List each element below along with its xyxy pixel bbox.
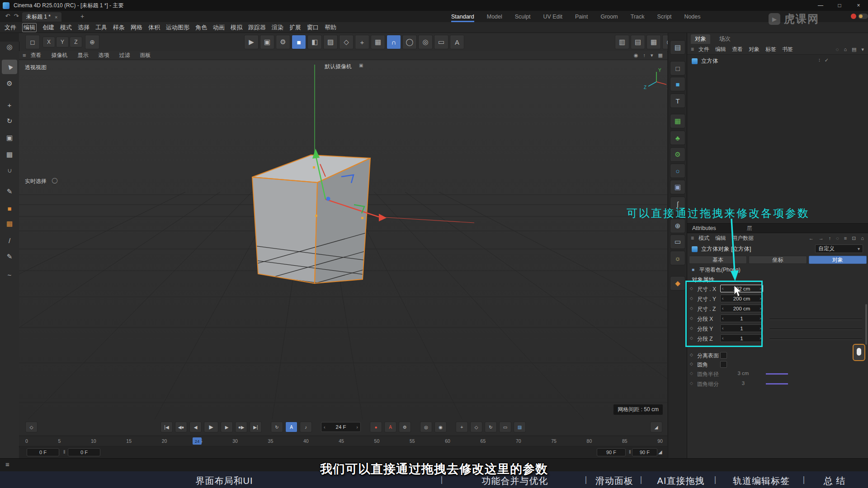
menu-item[interactable]: 编辑: [22, 23, 37, 32]
tab-add-button[interactable]: +: [80, 13, 84, 20]
menu-item[interactable]: 网格: [131, 23, 142, 32]
workspace-tab-standard[interactable]: Standard: [451, 11, 474, 22]
theme-toggle[interactable]: [858, 14, 868, 19]
playhead[interactable]: 24: [193, 437, 202, 445]
previous-key-button[interactable]: ◀●: [175, 422, 187, 432]
render-settings-button[interactable]: ⚙: [276, 35, 290, 49]
close-button[interactable]: ×: [849, 0, 868, 11]
sphere-primitive-icon[interactable]: ○: [670, 164, 685, 178]
scale-handle[interactable]: [361, 217, 363, 219]
layer-dots-icon[interactable]: ∶: [819, 57, 820, 63]
render-view-button[interactable]: ▶: [244, 35, 259, 49]
menu-item[interactable]: 选择: [78, 23, 90, 32]
search-icon[interactable]: ◌: [836, 235, 839, 241]
capsule-button[interactable]: ▭: [434, 35, 448, 49]
record-rotation-toggle[interactable]: ↻: [485, 422, 497, 432]
scale-handle[interactable]: [315, 215, 317, 217]
workplane-button[interactable]: ◇: [339, 35, 354, 49]
object-list[interactable]: 立方体 ∶ ✓: [687, 54, 868, 224]
param-slider[interactable]: [769, 319, 862, 320]
home-icon[interactable]: ⌂: [861, 235, 864, 241]
cloner-icon[interactable]: ▦: [670, 114, 685, 128]
om-menu-item[interactable]: 查看: [732, 46, 743, 53]
menu-item[interactable]: 文件: [5, 23, 16, 32]
menu-item[interactable]: 模拟: [231, 23, 242, 32]
axis-mode-button[interactable]: +: [355, 35, 369, 49]
undo-icon[interactable]: ↶: [4, 12, 12, 20]
om-menu-item[interactable]: 对象: [749, 46, 760, 53]
keyframe-selection-button[interactable]: ◎: [420, 422, 432, 432]
layout-panel-icon[interactable]: ▤: [670, 40, 685, 55]
back-icon[interactable]: ←: [809, 235, 814, 241]
autokey-toggle[interactable]: A: [285, 422, 297, 432]
keyframe-all-button[interactable]: ◉: [434, 422, 447, 432]
hamburger-icon[interactable]: ≡: [691, 46, 694, 52]
vegetation-icon[interactable]: ♣: [670, 131, 685, 145]
preview-start-field[interactable]: 0 F: [68, 448, 100, 456]
layout-monitor-icon[interactable]: ▥: [615, 35, 629, 49]
om-menu-item[interactable]: 编辑: [715, 46, 726, 53]
knife-tool[interactable]: /: [2, 233, 17, 248]
lock-icon[interactable]: ⊡: [852, 235, 856, 241]
go-to-end-button[interactable]: ▶|: [250, 422, 262, 432]
record-settings-button[interactable]: ⚙: [399, 422, 411, 432]
workspace-tab-uvedit[interactable]: UV Edit: [543, 11, 562, 22]
cube-primitive-icon[interactable]: ■: [670, 77, 685, 91]
gizmo-center-dot[interactable]: [326, 197, 330, 201]
enabled-check-icon[interactable]: ✓: [825, 57, 829, 63]
record-autokey-button[interactable]: A: [384, 422, 396, 432]
zoom-tool[interactable]: ◎: [2, 40, 17, 54]
options-tool[interactable]: ⚙: [2, 76, 17, 91]
panel-scrollbar[interactable]: [865, 304, 867, 345]
hamburger-icon[interactable]: ≡: [23, 52, 26, 59]
up-icon[interactable]: ↑: [829, 235, 831, 241]
record-scale-toggle[interactable]: ◇: [470, 422, 482, 432]
workspace-tab-sculpt[interactable]: Sculpt: [515, 11, 531, 22]
tab-close-icon[interactable]: ×: [55, 14, 57, 20]
snap-grid-button[interactable]: ▦: [371, 35, 385, 49]
list-icon[interactable]: ≡: [844, 235, 847, 241]
menu-item[interactable]: 窗口: [307, 23, 319, 32]
mirror-tool[interactable]: ▦: [2, 147, 17, 162]
viewport-option-icon[interactable]: ▦: [658, 52, 663, 58]
object-name[interactable]: 立方体: [701, 57, 718, 65]
record-button[interactable]: ●: [370, 422, 382, 432]
object-row[interactable]: 立方体: [692, 57, 718, 65]
panel-icon[interactable]: ▤: [852, 47, 856, 52]
text-object-icon[interactable]: T: [670, 94, 685, 108]
live-selection-tool[interactable]: ▶: [2, 60, 17, 74]
timeline-ruler[interactable]: 0 5 10 15 20 25 30 35 40 45 50 55 60 65 …: [19, 436, 667, 446]
param-slider[interactable]: [769, 338, 862, 340]
environment-icon[interactable]: ⊕: [670, 219, 685, 233]
search-icon[interactable]: ◌: [836, 47, 839, 52]
workspace-tab-model[interactable]: Model: [487, 11, 502, 22]
field-button[interactable]: ◎: [418, 35, 433, 49]
menu-item[interactable]: 体积: [148, 23, 160, 32]
viewport-menu-item[interactable]: 面板: [140, 52, 151, 59]
minimize-button[interactable]: —: [811, 0, 830, 11]
home-icon[interactable]: ⌂: [844, 47, 847, 52]
om-menu-item[interactable]: 标签: [765, 46, 776, 53]
menu-item[interactable]: 运动图形: [166, 23, 189, 32]
camera-object-icon[interactable]: ▭: [670, 235, 685, 249]
cube-mesh[interactable]: [252, 155, 370, 283]
menu-item[interactable]: 跟踪器: [248, 23, 266, 32]
go-to-start-button[interactable]: |◀: [160, 422, 173, 432]
falloff-button[interactable]: ◯: [402, 35, 417, 49]
render-picture-button[interactable]: ▣: [260, 35, 274, 49]
viewport-canvas[interactable]: 透视视图 默认摄像机 ▣ 实时选择 ◯ Y X Z 网格间距 : 50 cm: [19, 60, 667, 419]
workspace-tab-script[interactable]: Script: [657, 11, 671, 22]
viewport-menu-item[interactable]: 摄像机: [52, 52, 68, 59]
generator-gear-icon[interactable]: ⚙: [670, 147, 685, 162]
separate-surfaces-checkbox[interactable]: [720, 352, 727, 359]
cube-primitive-tool[interactable]: ■: [2, 201, 17, 216]
hamburger-icon[interactable]: ≡: [691, 235, 694, 241]
forward-icon[interactable]: →: [819, 235, 824, 241]
texture-mode-button[interactable]: ▨: [323, 35, 338, 49]
keyframe-diamond-icon[interactable]: ◇: [690, 352, 693, 357]
layout-monitor-icon[interactable]: ▤: [631, 35, 645, 49]
attr-menu-item[interactable]: 模式: [698, 235, 709, 242]
viewport-menu-item[interactable]: 过滤: [119, 52, 130, 59]
workspace-tab-nodes[interactable]: Nodes: [684, 11, 700, 22]
keyframe-diamond-icon[interactable]: ◇: [690, 361, 693, 366]
